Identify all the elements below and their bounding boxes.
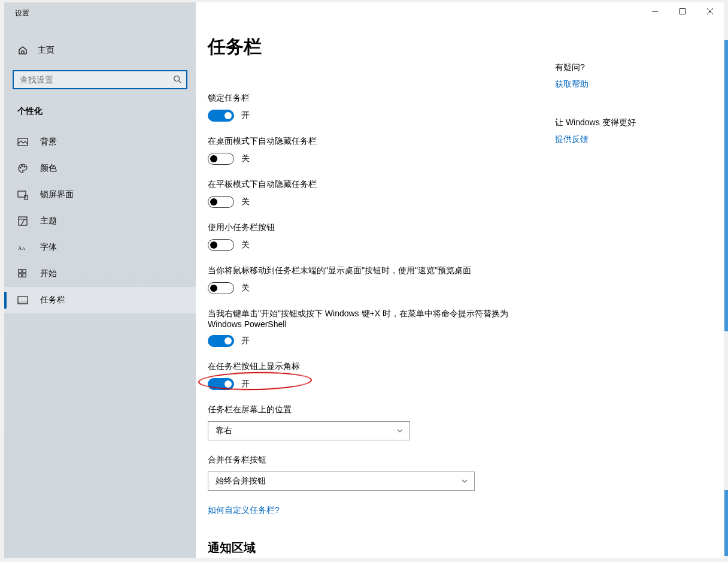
toggle-state-label: 关: [241, 240, 250, 250]
select-label: 合并任务栏按钮: [208, 455, 531, 466]
setting-3: 使用小任务栏按钮关: [208, 222, 531, 251]
chevron-down-icon: [396, 427, 404, 434]
link-customize-taskbar[interactable]: 如何自定义任务栏?: [208, 505, 531, 516]
setting-6: 在任务栏按钮上显示角标开: [208, 361, 531, 390]
sidebar-item-label: 任务栏: [40, 295, 65, 306]
setting-label: 当你将鼠标移动到任务栏末端的"显示桌面"按钮时，使用"速览"预览桌面: [208, 265, 531, 276]
select-dropdown[interactable]: 始终合并按钮: [208, 472, 475, 491]
toggle-state-label: 关: [241, 153, 250, 164]
content-column: 任务栏 锁定任务栏开在桌面模式下自动隐藏任务栏关在平板模式下自动隐藏任务栏关使用…: [196, 2, 555, 558]
svg-point-4: [24, 166, 25, 167]
chevron-down-icon: [461, 478, 468, 485]
sidebar-item-label: 开始: [40, 268, 57, 279]
search-icon: [173, 75, 181, 83]
aside-questions-head: 有疑问?: [555, 62, 699, 73]
window-title: 设置: [4, 2, 196, 25]
search-input[interactable]: [13, 70, 187, 89]
toggle-switch[interactable]: [208, 282, 234, 294]
setting-0: 锁定任务栏开: [208, 93, 531, 122]
toggle-switch[interactable]: [208, 110, 234, 122]
setting-label: 在任务栏按钮上显示角标: [208, 361, 531, 372]
sidebar-item-label: 背景: [40, 137, 57, 147]
sidebar-item-lockscreen[interactable]: 锁屏界面: [4, 182, 196, 208]
setting-label: 当我右键单击"开始"按钮或按下 Windows 键+X 时，在菜单中将命令提示符…: [208, 309, 531, 329]
select-value: 始终合并按钮: [216, 476, 266, 487]
toggle-switch[interactable]: [208, 335, 234, 347]
setting-label: 在桌面模式下自动隐藏任务栏: [208, 136, 531, 147]
svg-rect-13: [23, 274, 26, 277]
maximize-button[interactable]: [669, 2, 696, 20]
highlight-bar: [724, 490, 728, 556]
lockscreen-icon: [17, 189, 28, 200]
toggle-switch[interactable]: [208, 378, 234, 390]
toggle-state-label: 开: [241, 379, 250, 389]
toggle-state-label: 关: [241, 197, 250, 207]
toggle-state-label: 关: [241, 283, 250, 294]
settings-window: 设置 主页 个性化 背景颜色锁屏界面主题AA字体开始任务栏 任务栏 锁定任务栏开…: [4, 2, 724, 558]
svg-point-0: [174, 76, 180, 81]
font-icon: AA: [17, 242, 28, 253]
link-get-help[interactable]: 获取帮助: [555, 79, 699, 90]
sidebar-item-label: 主题: [40, 216, 57, 226]
toggle-switch[interactable]: [208, 196, 234, 208]
svg-point-2: [20, 167, 21, 168]
toggle-state-label: 开: [241, 336, 250, 346]
svg-rect-12: [19, 274, 22, 277]
select-setting-1: 合并任务栏按钮始终合并按钮: [208, 455, 531, 491]
setting-1: 在桌面模式下自动隐藏任务栏关: [208, 136, 531, 165]
toggle-state-label: 开: [241, 110, 250, 121]
svg-rect-10: [19, 270, 22, 273]
svg-point-3: [22, 165, 23, 167]
select-dropdown[interactable]: 靠右: [208, 421, 410, 440]
setting-label: 锁定任务栏: [208, 93, 531, 104]
sidebar-item-font[interactable]: AA字体: [4, 234, 196, 261]
toggle-switch[interactable]: [208, 153, 234, 165]
minimize-button[interactable]: [641, 2, 669, 20]
theme-icon: [17, 216, 28, 226]
svg-rect-15: [18, 301, 28, 304]
setting-label: 使用小任务栏按钮: [208, 222, 531, 233]
aside-column: 有疑问? 获取帮助 让 Windows 变得更好 提供反馈: [555, 2, 711, 558]
taskbar-icon: [17, 295, 28, 306]
window-controls: [641, 2, 724, 20]
page-title: 任务栏: [208, 35, 531, 59]
highlight-bar: [724, 40, 728, 331]
toggle-switch[interactable]: [208, 239, 234, 251]
sidebar-item-picture[interactable]: 背景: [4, 129, 196, 155]
start-icon: [17, 268, 28, 279]
close-button[interactable]: [696, 2, 724, 20]
sidebar-item-palette[interactable]: 颜色: [4, 155, 196, 182]
sidebar: 设置 主页 个性化 背景颜色锁屏界面主题AA字体开始任务栏: [4, 2, 196, 558]
sidebar-item-label: 字体: [40, 242, 57, 253]
svg-text:A: A: [18, 245, 22, 251]
svg-rect-16: [680, 9, 685, 14]
link-give-feedback[interactable]: 提供反馈: [555, 134, 699, 145]
sidebar-item-theme[interactable]: 主题: [4, 208, 196, 234]
sidebar-item-label: 锁屏界面: [40, 189, 74, 200]
setting-label: 在平板模式下自动隐藏任务栏: [208, 179, 531, 190]
main-area: 任务栏 锁定任务栏开在桌面模式下自动隐藏任务栏关在平板模式下自动隐藏任务栏关使用…: [196, 2, 724, 558]
palette-icon: [17, 163, 28, 174]
svg-text:A: A: [22, 246, 26, 251]
nav-home[interactable]: 主页: [4, 39, 196, 62]
home-icon: [17, 45, 28, 56]
sidebar-item-label: 颜色: [40, 163, 57, 174]
setting-5: 当我右键单击"开始"按钮或按下 Windows 键+X 时，在菜单中将命令提示符…: [208, 309, 531, 347]
svg-rect-11: [23, 270, 26, 273]
sidebar-section-title: 个性化: [4, 100, 196, 129]
picture-icon: [17, 137, 28, 147]
sidebar-item-start[interactable]: 开始: [4, 261, 196, 287]
setting-4: 当你将鼠标移动到任务栏末端的"显示桌面"按钮时，使用"速览"预览桌面关: [208, 265, 531, 294]
subhead-notification-area: 通知区域: [208, 540, 531, 556]
aside-feedback-head: 让 Windows 变得更好: [555, 117, 699, 128]
nav-home-label: 主页: [38, 45, 54, 56]
svg-rect-7: [19, 217, 27, 225]
select-setting-0: 任务栏在屏幕上的位置靠右: [208, 404, 531, 440]
select-value: 靠右: [216, 425, 232, 436]
select-label: 任务栏在屏幕上的位置: [208, 404, 531, 415]
setting-2: 在平板模式下自动隐藏任务栏关: [208, 179, 531, 208]
sidebar-item-taskbar[interactable]: 任务栏: [4, 287, 196, 313]
